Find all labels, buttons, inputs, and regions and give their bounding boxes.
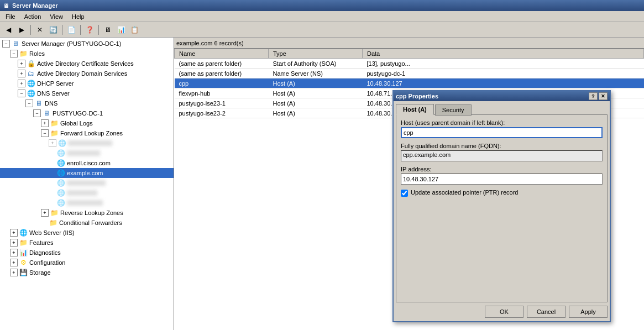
tree-forward-zones[interactable]: − 📁 Forward Lookup Zones xyxy=(0,128,174,138)
col-data[interactable]: Data xyxy=(363,49,644,59)
tree-expander-blurred1[interactable]: + xyxy=(49,139,56,147)
tree-expander-storage[interactable]: + xyxy=(10,269,18,276)
col-name[interactable]: Name xyxy=(175,49,269,59)
tree-blurred-2[interactable]: 🌐 xyxy=(0,148,174,158)
blurred-zone-icon-5: 🌐 xyxy=(56,198,65,207)
tree-expander-global-logs[interactable]: + xyxy=(41,119,49,127)
tree-enroll-label: enroll.cisco.com xyxy=(67,160,111,166)
tree-expander-features[interactable]: + xyxy=(10,239,18,247)
record-count: 6 record(s) xyxy=(214,40,243,46)
toolbar-back[interactable]: ◀ xyxy=(2,24,14,36)
configuration-icon: ⚙ xyxy=(19,258,28,267)
tree-expander-roles[interactable]: − xyxy=(10,50,18,57)
cell-name: flexvpn-hub xyxy=(175,88,269,98)
tree-dc1[interactable]: − 🖥 PUSTYUGO-DC-1 xyxy=(0,108,174,118)
tree-blurred-4[interactable]: 🌐 xyxy=(0,188,174,198)
menu-view[interactable]: View xyxy=(45,12,67,21)
cell-type: Start of Authority (SOA) xyxy=(269,59,363,69)
tree-expander-dhcp[interactable]: + xyxy=(18,80,25,87)
tree-expander-dns2[interactable]: − xyxy=(25,99,33,107)
tree-dns-server[interactable]: − 🌐 DNS Server xyxy=(0,88,174,98)
tree-ad-cert[interactable]: + 🔒 Active Directory Certificate Service… xyxy=(0,59,174,69)
tree-blurred-3[interactable]: 🌐 xyxy=(0,178,174,188)
tree-ad-cert-label: Active Directory Certificate Services xyxy=(37,60,134,67)
tree-blurred-5[interactable]: 🌐 xyxy=(0,198,174,208)
table-row[interactable]: (same as parent folder)Name Server (NS)p… xyxy=(175,69,644,78)
toolbar-forward[interactable]: ▶ xyxy=(15,24,28,36)
ptr-checkbox-label[interactable]: Update associated pointer (PTR) record xyxy=(411,189,518,196)
tree-expander-root[interactable]: − xyxy=(2,40,10,48)
cancel-button[interactable]: Cancel xyxy=(527,306,566,318)
apply-button[interactable]: Apply xyxy=(569,306,608,318)
checkbox-row: Update associated pointer (PTR) record xyxy=(401,189,603,197)
tree-web-server[interactable]: + 🌐 Web Server (IIS) xyxy=(0,228,174,238)
tab-security[interactable]: Security xyxy=(435,104,472,116)
zone-name: example.com xyxy=(176,40,212,46)
toolbar-btn-6[interactable]: 📋 xyxy=(128,24,140,36)
toolbar-stop[interactable]: ✕ xyxy=(34,24,46,36)
tree-reverse-zones[interactable]: + 📁 Reverse Lookup Zones xyxy=(0,208,174,218)
tree-diagnostics[interactable]: + 📊 Diagnostics xyxy=(0,248,174,258)
host-label: Host (uses parent domain if left blank): xyxy=(401,119,603,126)
tree-blurred-1[interactable]: + 🌐 xyxy=(0,138,174,148)
tree-example[interactable]: 🌐 example.com xyxy=(0,168,174,178)
tree-expander-forward[interactable]: − xyxy=(41,129,49,137)
tree-conditional[interactable]: 📁 Conditional Forwarders xyxy=(0,218,174,228)
col-type[interactable]: Type xyxy=(269,49,363,59)
blurred-zone-icon-4: 🌐 xyxy=(56,188,65,197)
menu-action[interactable]: Action xyxy=(20,12,46,21)
dialog-close-button[interactable]: ✕ xyxy=(599,92,608,100)
menu-bar: File Action View Help xyxy=(0,11,644,22)
tree-dhcp[interactable]: + 🌐 DHCP Server xyxy=(0,78,174,88)
tree-global-logs[interactable]: + 📁 Global Logs xyxy=(0,118,174,128)
dialog-help-button[interactable]: ? xyxy=(589,92,598,100)
global-logs-icon: 📁 xyxy=(50,119,59,128)
host-input[interactable] xyxy=(401,127,603,138)
app-icon: 🖥 xyxy=(2,2,10,9)
ip-label: IP address: xyxy=(401,166,603,172)
toolbar-export[interactable]: 📄 xyxy=(65,24,77,36)
tree-expander-ad-ds[interactable]: + xyxy=(18,70,25,77)
toolbar-help[interactable]: ❓ xyxy=(83,24,96,36)
tab-host-a[interactable]: Host (A) xyxy=(396,104,434,115)
tree-expander-dc1[interactable]: − xyxy=(33,109,41,117)
tree-expander-ad-cert[interactable]: + xyxy=(18,60,25,67)
tree-expander-diagnostics[interactable]: + xyxy=(10,249,18,256)
tree-dns[interactable]: − 🖥 DNS xyxy=(0,98,174,108)
cell-name: cpp xyxy=(175,78,269,88)
right-panel: example.com 6 record(s) Name Type Data (… xyxy=(174,38,644,330)
ok-button[interactable]: OK xyxy=(485,306,523,318)
tree-ad-ds[interactable]: + 🗂 Active Directory Domain Services xyxy=(0,69,174,78)
tree-expander-web[interactable]: + xyxy=(10,229,18,237)
cell-data: pustyugo-dc-1 xyxy=(363,69,644,78)
web-server-icon: 🌐 xyxy=(19,228,28,237)
ptr-checkbox[interactable] xyxy=(401,190,408,197)
menu-file[interactable]: File xyxy=(1,12,20,21)
storage-icon: 💾 xyxy=(19,268,28,277)
tree-enroll[interactable]: 🌐 enroll.cisco.com xyxy=(0,158,174,168)
fqdn-label: Fully qualified domain name (FQDN): xyxy=(401,143,603,149)
tree-expander-config[interactable]: + xyxy=(10,259,18,266)
tree-expander-reverse[interactable]: + xyxy=(41,209,49,217)
menu-help[interactable]: Help xyxy=(67,12,89,21)
diagnostics-icon: 📊 xyxy=(19,248,28,257)
toolbar-refresh[interactable]: 🔄 xyxy=(47,24,59,36)
tree-forward-zones-label: Forward Lookup Zones xyxy=(60,130,123,137)
tree-features[interactable]: + 📁 Features xyxy=(0,238,174,248)
table-row[interactable]: (same as parent folder)Start of Authorit… xyxy=(175,59,644,69)
toolbar-btn-5[interactable]: 📊 xyxy=(115,24,127,36)
tree-roles[interactable]: − 📁 Roles xyxy=(0,49,174,59)
left-panel[interactable]: − 🖥 Server Manager (PUSTYUGO-DC-1) − 📁 R… xyxy=(0,38,174,330)
tree-configuration[interactable]: + ⚙ Configuration xyxy=(0,258,174,268)
title-bar-text: Server Manager xyxy=(12,2,58,9)
properties-dialog[interactable]: cpp Properties ? ✕ Host (A) Security Hos… xyxy=(392,90,611,322)
ip-input[interactable] xyxy=(401,174,603,185)
table-row[interactable]: cppHost (A)10.48.30.127 xyxy=(175,78,644,88)
ad-cert-icon: 🔒 xyxy=(27,59,35,68)
toolbar-new-window[interactable]: 🖥 xyxy=(102,24,114,36)
tree-root[interactable]: − 🖥 Server Manager (PUSTYUGO-DC-1) xyxy=(0,39,174,49)
host-form-group: Host (uses parent domain if left blank): xyxy=(401,119,603,138)
tree-expander-dns[interactable]: − xyxy=(18,90,25,97)
tree-storage[interactable]: + 💾 Storage xyxy=(0,268,174,277)
tree-diagnostics-label: Diagnostics xyxy=(29,249,61,256)
